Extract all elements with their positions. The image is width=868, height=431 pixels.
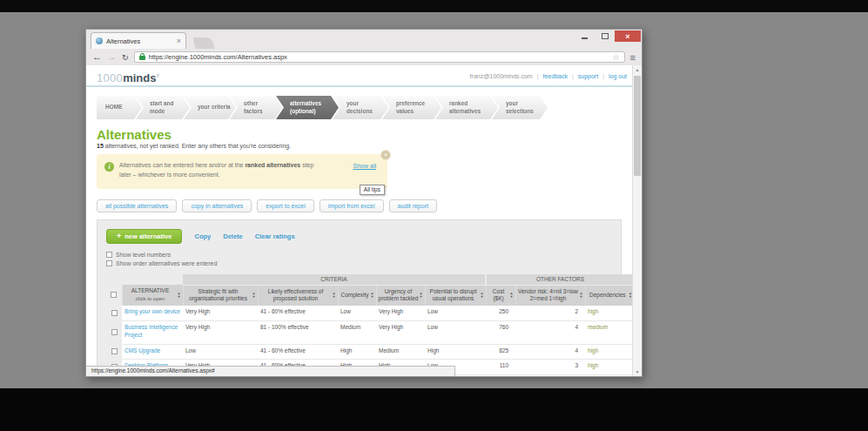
vendor-risk-cell: 3 [515,360,585,375]
bookmark-star-icon[interactable]: ☆ [613,53,620,62]
column-header-vendor-risk-4-nil-3-low-2-med-1-high[interactable]: Vendor risk: 4=nil 3=low 2=med 1=high▲▼ [515,285,585,306]
checkbox-label: Show level numbers [116,252,171,258]
column-header-cost-k[interactable]: Cost ($K)▲▼ [486,285,515,306]
copy-in-alternatives-button[interactable]: copy in alternatives [182,199,252,212]
dependencies-cell: medium [585,320,634,344]
select-all-checkbox[interactable] [111,292,117,298]
nav-step-label: your selections [506,100,542,115]
cost-cell: 760 [486,320,515,344]
browser-window: Alternatives × × ← → ↻ https://engine.10… [85,29,643,377]
all-possible-alternatives-button[interactable]: all possible alternatives [97,199,177,212]
page-content: 1000minds® franz@1000minds.com |feedback… [86,65,642,376]
vendor-risk-cell: 2 [515,306,585,320]
group-header-row: CRITERIAOTHER FACTORS [106,274,634,286]
nav-step-other-factors[interactable]: other factors [230,96,282,119]
vertical-scrollbar[interactable]: ▲ ▼ [632,65,642,376]
alternative-subheader-line: click to open [136,296,165,301]
criteria-value-cell: Low [425,320,486,344]
row-checkbox[interactable] [111,329,118,335]
url-text[interactable]: https://engine.1000minds.com/Alternative… [149,53,287,61]
maximize-button[interactable] [595,30,615,42]
reload-icon[interactable]: ↻ [122,53,129,62]
separator: | [572,73,574,79]
nav-step-preference-values[interactable]: preference values [382,96,441,119]
nav-step-alternatives-optional[interactable]: alternatives (optional) [276,96,339,119]
close-window-button[interactable]: × [615,30,641,42]
column-label: Urgency of problem tackled [379,288,419,304]
column-header-alternative[interactable]: ALTERNATIVEclick to open▲▼ [122,285,183,306]
nav-step-home[interactable]: HOME [97,96,142,119]
nav-step-label: your criteria [198,104,231,111]
import-from-excel-button[interactable]: import from excel [320,199,384,212]
row-checkbox[interactable] [111,310,118,316]
column-header-strategic-fit-with-organisational-priorities[interactable]: Strategic fit with organisational priori… [183,285,258,306]
cost-cell: 825 [486,344,515,360]
new-alternative-button[interactable]: +new alternative [106,229,182,244]
clear-ratings-link[interactable]: Clear ratings [255,232,295,240]
scrollbar-thumb[interactable] [634,76,641,176]
scroll-down-icon[interactable]: ▼ [633,369,642,374]
alternative-link[interactable]: CMS Upgrade [122,344,183,360]
vendor-risk-cell: 4 [515,320,585,344]
tab-strip: Alternatives × × [86,30,642,49]
checkbox-icon[interactable] [106,252,112,258]
column-header-potential-to-disrupt-usual-operations[interactable]: Potential to disrupt usual operations▲▼ [425,285,486,306]
export-to-excel-button[interactable]: export to excel [257,199,314,212]
back-icon[interactable]: ← [92,52,102,62]
tip-close-icon[interactable]: × [380,150,391,160]
desktop: Alternatives × × ← → ↻ https://engine.10… [0,0,868,431]
scroll-up-icon[interactable]: ▲ [633,67,642,72]
address-bar[interactable]: https://engine.1000minds.com/Alternative… [134,51,625,63]
user-email: franz@1000minds.com [470,73,533,79]
nav-step-your-criteria[interactable]: your criteria [184,96,236,119]
criteria-value-cell: Very High [376,306,425,320]
forward-icon[interactable]: → [107,52,117,62]
alternatives-count: 15 [97,143,104,149]
row-checkbox[interactable] [111,348,118,354]
tab-close-icon[interactable]: × [177,37,181,45]
nav-step-label: preference values [396,100,436,115]
checkbox-show-order-alternatives-were-entered[interactable]: Show order alternatives were entered [106,260,612,266]
nav-step-your-decisions[interactable]: your decisions [333,96,388,119]
delete-link[interactable]: Delete [223,232,243,240]
maximize-icon [602,33,609,39]
checkbox-show-level-numbers[interactable]: Show level numbers [106,252,612,258]
column-header-complexity[interactable]: Complexity▲▼ [338,285,376,306]
browser-toolbar: ← → ↻ https://engine.1000minds.com/Alter… [86,49,642,65]
browser-tab[interactable]: Alternatives × [91,32,186,49]
checkbox-icon[interactable] [106,260,112,266]
audit-report-button[interactable]: audit report [389,199,437,212]
column-header-urgency-of-problem-tackled[interactable]: Urgency of problem tackled▲▼ [376,285,425,306]
display-options: Show level numbersShow order alternative… [106,252,612,266]
column-label: Strategic fit with organisational priori… [185,288,252,304]
nav-step-your-selections[interactable]: your selections [492,96,548,119]
bottom-black-bar [0,388,868,431]
dependencies-cell: high [585,360,634,375]
info-icon: i [104,162,114,172]
criteria-value-cell: Very High [376,320,425,344]
header-link-feedback[interactable]: feedback [543,73,568,79]
header-links: franz@1000minds.com |feedback|support|lo… [470,73,627,79]
nav-step-ranked-alternatives[interactable]: ranked alternatives [435,96,498,119]
other-factors-group-header: OTHER FACTORS [486,274,634,286]
browser-menu-icon[interactable]: ≡ [630,52,636,63]
criteria-value-cell: 81 - 100% effective [258,320,338,344]
minimize-button[interactable] [575,30,595,42]
column-header-likely-effectiveness-of-proposed-solution[interactable]: Likely effectiveness of proposed solutio… [258,285,338,306]
nav-step-start-and-mode[interactable]: start and mode [136,96,190,119]
alternative-link[interactable]: Business Intelligence Project [122,320,183,344]
header-link-support[interactable]: support [578,73,598,79]
copy-link[interactable]: Copy [194,232,211,240]
column-header-dependencies[interactable]: Dependencies▲▼ [585,285,634,306]
minimize-icon [582,37,588,39]
separator: | [602,73,604,79]
criteria-value-cell: Low [183,344,258,360]
alternative-header-line: ALTERNATIVE [131,287,169,293]
show-all-link[interactable]: Show all [353,163,376,169]
alternative-link[interactable]: Bring your own device [122,306,183,320]
header-link-log-out[interactable]: log out [609,73,627,79]
table-row: CMS UpgradeLow41 - 60% effectiveHighMedi… [106,344,634,360]
criteria-value-cell: 41 - 60% effective [258,344,338,360]
alternatives-panel: +new alternative CopyDeleteClear ratings… [97,219,622,376]
new-tab-button[interactable] [192,37,214,49]
